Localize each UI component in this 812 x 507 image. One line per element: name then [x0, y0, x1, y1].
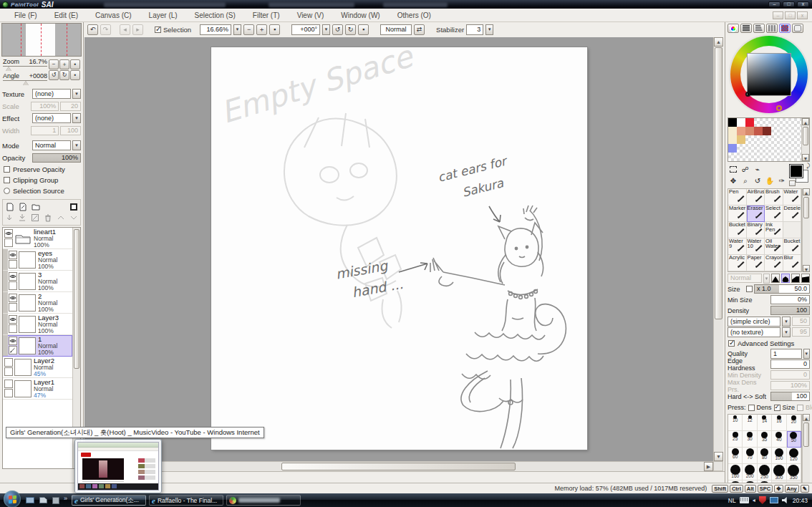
hue-marker[interactable] — [776, 105, 782, 111]
selection-source-radio[interactable] — [4, 188, 10, 194]
effect-select[interactable]: (none) — [32, 113, 71, 123]
rotate-ccw-button[interactable]: ↺ — [332, 24, 343, 35]
brush-size-30[interactable]: 30 — [743, 431, 757, 448]
color-swatch[interactable] — [771, 118, 780, 127]
color-swatch[interactable] — [728, 144, 737, 153]
menu-file[interactable]: File (F) — [6, 10, 46, 21]
color-wheel-tab[interactable] — [728, 24, 739, 33]
advanced-settings-checkbox[interactable] — [728, 340, 735, 347]
network-icon[interactable] — [770, 497, 778, 503]
scroll-next-button[interactable]: ▸ — [132, 24, 143, 35]
size-slider[interactable]: x 1.050.0 — [754, 284, 810, 294]
nav-zoom-in-button[interactable]: ＋ — [59, 59, 69, 69]
layer-thumbnail[interactable] — [14, 380, 32, 397]
brush-size-25[interactable]: 25 — [728, 431, 743, 448]
navigator-preview[interactable] — [1, 23, 82, 57]
clipping-group-checkbox[interactable] — [4, 177, 10, 183]
angle-dropdown-button[interactable]: ▼ — [322, 24, 330, 35]
angle-field[interactable]: +000° — [291, 24, 320, 35]
swatch-scroll-up[interactable]: ▲ — [802, 118, 809, 125]
swatches-tab[interactable] — [779, 24, 791, 33]
brush-shape-flat[interactable] — [801, 274, 810, 283]
brush-size-100[interactable]: 100 — [772, 448, 786, 464]
brush-texture-select[interactable]: (no texture) — [728, 327, 780, 337]
scroll-prev-button[interactable]: ◂ — [120, 24, 130, 35]
zoom-field[interactable]: 16.66% — [200, 24, 231, 35]
color-swatch[interactable] — [737, 135, 745, 144]
selection-source-row[interactable]: Selection Source — [4, 186, 83, 195]
color-swatch[interactable] — [754, 153, 763, 161]
tool-ink-pen[interactable]: Ink Pen — [765, 222, 783, 238]
zoom-out-button[interactable]: − — [243, 24, 254, 35]
delete-layer-button[interactable] — [42, 213, 53, 223]
texture-dropdown-button[interactable]: ▼ — [72, 89, 81, 99]
brush-size-160[interactable]: 160 — [728, 464, 743, 481]
brush-size-16[interactable]: 16 — [772, 415, 786, 431]
layer-visible-eye-icon[interactable] — [9, 272, 17, 281]
layer-extra-toggle[interactable] — [9, 303, 17, 312]
brush-shape-triangle[interactable] — [771, 274, 780, 283]
menu-filter[interactable]: Filter (T) — [244, 10, 289, 21]
layer-mode-select[interactable]: Normal — [32, 140, 71, 150]
tool-marker[interactable]: Marker — [728, 206, 747, 222]
tool-eraser[interactable]: Eraser — [747, 206, 765, 222]
layer-opacity-slider[interactable]: 100% — [32, 153, 81, 163]
layer-thumbnail[interactable] — [14, 359, 32, 376]
layer-visible-eye-icon[interactable] — [9, 251, 17, 259]
brush-texture-dropdown[interactable]: ▼ — [782, 327, 791, 337]
layer-row-layer2[interactable]: Layer2Normal45% — [3, 357, 72, 378]
color-swatch[interactable] — [763, 118, 771, 127]
press-blend-checkbox[interactable] — [797, 405, 803, 411]
brush-size-80[interactable]: 80 — [758, 448, 772, 464]
color-swatch[interactable] — [745, 153, 754, 161]
brush-size-50[interactable]: 50 — [787, 431, 801, 448]
drawing-canvas[interactable]: Empty Space cat ears for Sakura missing — [211, 47, 587, 450]
stabilizer-field[interactable]: 3 — [466, 24, 483, 35]
color-swatch[interactable] — [780, 127, 788, 135]
tool-blur[interactable]: Blur — [783, 255, 802, 271]
color-swatch[interactable] — [788, 118, 797, 127]
layer-row-1[interactable]: 1Normal100% — [3, 335, 72, 357]
tool-bucket[interactable]: Bucket — [783, 238, 802, 255]
nav-zoom-out-button[interactable]: − — [49, 59, 59, 69]
mdi-minimize-button[interactable]: – — [773, 11, 783, 19]
brush-size-10[interactable]: 10 — [728, 415, 743, 431]
brush-size-60[interactable]: 60 — [728, 448, 743, 464]
undo-button[interactable]: ↶ — [87, 24, 98, 35]
new-folder-button[interactable] — [30, 202, 41, 212]
preserve-opacity-row[interactable]: Preserve Opacity — [4, 165, 83, 173]
mdi-close-button[interactable]: x — [797, 11, 808, 19]
swatch-scroll-down[interactable]: ▼ — [802, 154, 809, 161]
color-swatch[interactable] — [754, 118, 763, 127]
color-swatch[interactable] — [780, 144, 788, 153]
tool-crayon[interactable]: Crayon — [765, 255, 783, 271]
new-layer-button[interactable] — [4, 202, 15, 212]
mdi-restore-button[interactable]: □ — [785, 11, 796, 19]
tool-pen[interactable]: Pen — [728, 189, 747, 206]
clipping-group-row[interactable]: Clipping Group — [4, 175, 83, 184]
color-swatch[interactable] — [754, 144, 763, 153]
press-size-checkbox[interactable] — [774, 405, 780, 411]
menu-window[interactable]: Window (W) — [332, 10, 388, 21]
swatch-grid[interactable] — [728, 118, 801, 161]
menu-view[interactable]: View (V) — [289, 10, 333, 21]
layer-row-eyes[interactable]: eyesNormal100% — [3, 249, 72, 271]
magic-wand-tool[interactable]: ⌁ — [752, 164, 763, 175]
tool-bucket[interactable]: Bucket — [728, 222, 747, 238]
brush-shape-round[interactable] — [781, 274, 790, 283]
lasso-tool[interactable]: ☍ — [740, 164, 751, 175]
tool-paper[interactable]: Paper — [747, 255, 765, 271]
layer-thumbnail[interactable] — [19, 294, 36, 312]
angle-reset-button[interactable]: ▪ — [358, 24, 369, 35]
layer-row-2[interactable]: 2Normal100% — [3, 292, 72, 314]
hidden-icons-chevron[interactable]: ◂ — [753, 497, 755, 503]
effect-dropdown-button[interactable]: ▼ — [72, 113, 81, 123]
hand-tool[interactable]: ✋ — [764, 175, 775, 186]
quick-launch-media-icon[interactable] — [51, 496, 61, 505]
color-wheel[interactable] — [729, 34, 809, 116]
antivirus-shield-icon[interactable] — [759, 496, 766, 504]
layer-scrollbar-thumb[interactable] — [74, 229, 79, 369]
key-indicator--[interactable]: ✎ — [801, 485, 809, 493]
nav-rotate-cw-button[interactable]: ↻ — [59, 70, 69, 80]
color-swatch[interactable] — [745, 118, 754, 127]
